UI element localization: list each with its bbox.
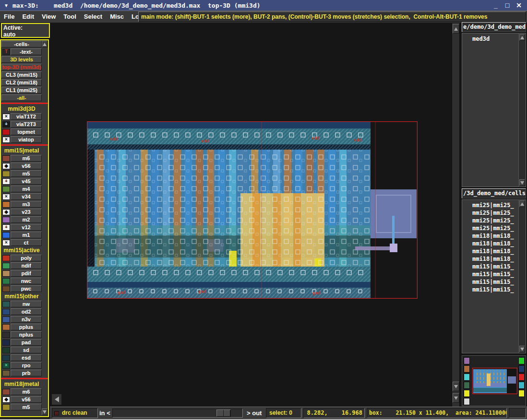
layer-swatch-m4[interactable]: [2, 186, 10, 192]
canvas-scroll-up[interactable]: [453, 24, 459, 34]
layer-swatch-m5[interactable]: [2, 404, 10, 410]
cells-scrollbar[interactable]: [518, 200, 526, 353]
layer-button-pplus[interactable]: pplus: [11, 324, 42, 330]
overview-swatch-left-purple-speckle[interactable]: [464, 357, 470, 364]
menu-tool[interactable]: Tool: [60, 11, 80, 23]
cell-item[interactable]: mmi18|mmi18_: [462, 247, 518, 255]
layer-swatch-m2[interactable]: [2, 217, 10, 223]
cell-item[interactable]: mmi15|mmi15_: [462, 286, 518, 293]
layer-button-n3v[interactable]: n3v: [11, 316, 42, 323]
layer-swatch-ndif[interactable]: [2, 263, 10, 269]
palette-scroll-up[interactable]: [42, 41, 48, 47]
files-scroll-down[interactable]: [519, 179, 525, 186]
layout-canvas[interactable]: vddvddvddvddgndgndgnd: [50, 23, 452, 407]
layer-button-m1[interactable]: m1: [11, 232, 42, 238]
cell-item[interactable]: mmi15|mmi15_: [462, 278, 518, 286]
overview-swatch-left-white-pattern[interactable]: [464, 398, 470, 405]
layer-button-poly[interactable]: poly: [11, 255, 42, 261]
layer-button-CL1-mmi25-[interactable]: CL1 (mmi25): [1, 87, 42, 93]
menu-view[interactable]: View: [38, 11, 60, 23]
cell-item[interactable]: mmi25|mmi25_: [462, 217, 518, 224]
cells-scroll-down[interactable]: [519, 346, 525, 352]
layer-swatch-nw[interactable]: [2, 301, 10, 307]
layer-swatch-pad[interactable]: [2, 339, 10, 346]
layer-button-CL2-mmi18-[interactable]: CL2 (mmi18): [1, 79, 42, 86]
overview-swatch-left-cyan[interactable]: [464, 373, 470, 381]
layer-button-nwc[interactable]: nwc: [11, 278, 42, 284]
canvas-vscrollbar[interactable]: [452, 23, 460, 407]
overview-swatch-left-yellow[interactable]: [464, 390, 470, 397]
layer-button-top-3D-mmi3d-[interactable]: top-3D (mmi3d): [1, 64, 42, 70]
layer-button-v45[interactable]: v45: [11, 178, 42, 185]
layer-button-ct[interactable]: ct: [11, 239, 42, 246]
layer-swatch-prb[interactable]: [2, 370, 10, 376]
overview-swatch-right-yellow[interactable]: [518, 390, 525, 397]
layer-group-mmi15-active[interactable]: mmi15|active: [1, 246, 42, 254]
layer-button-viaT2T3[interactable]: viaT2T3: [11, 121, 42, 128]
menu-file[interactable]: File: [0, 11, 18, 23]
layer-button-m6[interactable]: m6: [11, 155, 42, 162]
menu-edit[interactable]: Edit: [18, 11, 38, 23]
overview-panel[interactable]: [462, 355, 526, 406]
layer-swatch-nwc[interactable]: [2, 278, 10, 284]
layer-swatch-poly[interactable]: [2, 255, 10, 261]
layer-button-3D-levels[interactable]: 3D levels: [1, 56, 42, 63]
layer-button-m6[interactable]: m6: [11, 388, 42, 395]
layer-swatch-m5[interactable]: [2, 171, 10, 177]
files-scrollbar[interactable]: [518, 34, 526, 187]
layer-button-rpo[interactable]: rpo: [11, 362, 42, 369]
cells-scroll-up[interactable]: [519, 200, 525, 207]
layer-button--text-[interactable]: -text-: [11, 48, 42, 55]
layer-swatch-v45[interactable]: +: [2, 178, 10, 185]
layer-button-topmet[interactable]: topmet: [11, 128, 42, 135]
layer-swatch-ct[interactable]: ×: [2, 240, 10, 246]
canvas-corner-button[interactable]: [453, 393, 459, 403]
cell-item[interactable]: mmi18|mmi18_: [462, 232, 518, 240]
layer-swatch-od2[interactable]: [2, 309, 10, 315]
layer-swatch-viaT1T2[interactable]: ×: [2, 114, 10, 120]
layer-group-mmi3d-3D[interactable]: mmi3d|3D: [1, 105, 42, 113]
layer-button-prb[interactable]: prb: [11, 370, 42, 376]
layer-button-sd[interactable]: sd: [11, 347, 42, 353]
files-path-box[interactable]: e/demo/3d_demo_med: [462, 22, 526, 32]
menu-select[interactable]: Select: [80, 11, 106, 23]
layer-button-pdif[interactable]: pdif: [11, 270, 42, 277]
overview-thumbnail[interactable]: [472, 368, 518, 395]
active-cell-box[interactable]: Active: auto: [1, 23, 50, 38]
layer-button-m4[interactable]: m4: [11, 186, 42, 192]
layer-button-v34[interactable]: v34: [11, 193, 42, 200]
layer-group-mmi15-other[interactable]: mmi15|other: [1, 292, 42, 300]
layer-swatch-topmet[interactable]: [2, 129, 10, 135]
files-scroll-up[interactable]: [519, 34, 525, 41]
layer-button-viaT1T2[interactable]: viaT1T2: [11, 113, 42, 120]
overview-swatch-left-dark-green-speckle[interactable]: [464, 382, 470, 389]
layer-button-nw[interactable]: nw: [11, 301, 42, 307]
layer-swatch-pwc[interactable]: [2, 286, 10, 292]
overview-swatch-right-navy[interactable]: [518, 365, 525, 373]
maximize-button[interactable]: □: [503, 1, 512, 9]
cell-item[interactable]: mmi25|mmi25_: [462, 224, 518, 232]
overview-swatch-left-orange[interactable]: [464, 365, 470, 373]
cell-item[interactable]: mmi18|mmi18_: [462, 255, 518, 263]
cell-item[interactable]: mmi25|mmi25_: [462, 201, 518, 209]
layer-button-od2[interactable]: od2: [11, 308, 42, 315]
cells-path-box[interactable]: /3d_demo_med/cells: [462, 188, 526, 198]
layer-swatch--text-[interactable]: T: [2, 49, 10, 55]
drc-status[interactable]: drc clean: [52, 408, 98, 418]
palette-scroll-down[interactable]: [42, 408, 48, 415]
layer-swatch-pplus[interactable]: [2, 324, 10, 330]
layer-swatch-viaT2T3[interactable]: +: [2, 121, 10, 128]
canvas-scroll-down[interactable]: [453, 382, 459, 391]
zoom-in-label[interactable]: in <: [99, 408, 110, 418]
layer-button-v56[interactable]: v56: [11, 163, 42, 169]
layer-button-ndif[interactable]: ndif: [11, 262, 42, 269]
layer-button-pad[interactable]: pad: [11, 339, 42, 346]
layer-button-m5[interactable]: m5: [11, 404, 42, 410]
layer-swatch-v56[interactable]: ◆: [2, 397, 10, 403]
layer-group-mmi18-metal[interactable]: mmi18|metal: [1, 380, 42, 388]
minimize-button[interactable]: _: [491, 1, 500, 9]
cell-item[interactable]: mmi15|mmi15_: [462, 270, 518, 278]
layer-swatch-m6[interactable]: [2, 155, 10, 162]
layer-button-m2[interactable]: m2: [11, 216, 42, 223]
layer-button-viatop[interactable]: viatop: [11, 136, 42, 143]
